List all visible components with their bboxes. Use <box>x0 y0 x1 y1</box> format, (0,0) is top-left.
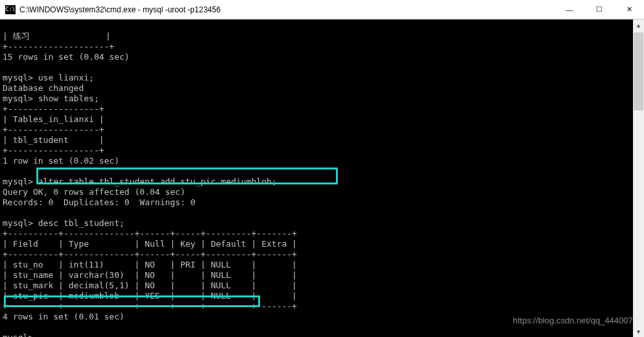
window-controls: — ☐ ✕ <box>555 0 644 19</box>
table-separator: +----------+--------------+------+-----+… <box>3 229 297 238</box>
table-header: | Tables_in_lianxi | <box>3 114 104 124</box>
cmd-icon: C:\ <box>5 5 16 14</box>
table-separator: +----------+--------------+------+-----+… <box>3 249 297 259</box>
mysql-prompt: mysql> use lianxi; <box>3 73 94 82</box>
table-row: | stu_name | varchar(30) | NO | | NULL |… <box>3 270 297 280</box>
table-row: | stu_mark | decimal(5,1) | NO | | NULL … <box>3 281 297 290</box>
scroll-down-icon[interactable]: ▼ <box>633 326 644 337</box>
watermark-text: https://blog.csdn.net/qq_4440072 <box>513 316 638 325</box>
table-separator: +------------------+ <box>3 104 104 114</box>
table-row-highlighted: | stu_pic | mediumblob | YES | | NULL | … <box>3 291 297 301</box>
alter-command: alter table tbl_student add stu_pic medi… <box>38 177 277 186</box>
window-title: C:\WINDOWS\system32\cmd.exe - mysql -uro… <box>19 5 555 14</box>
mysql-prompt-prefix: mysql> <box>3 177 38 186</box>
window-titlebar: C:\ C:\WINDOWS\system32\cmd.exe - mysql … <box>0 0 644 19</box>
status-text: Records: 0 Duplicates: 0 Warnings: 0 <box>3 197 195 207</box>
mysql-prompt: mysql> desc tbl_student; <box>3 218 125 228</box>
table-separator: +--------------------+ <box>3 42 114 51</box>
table-separator: +----------+--------------+------+-----+… <box>3 301 297 311</box>
maximize-button[interactable]: ☐ <box>584 0 614 19</box>
table-row: | stu_no | int(11) | NO | PRI | NULL | | <box>3 260 297 269</box>
scrollbar-vertical[interactable]: ▲ ▼ <box>633 19 644 337</box>
table-row: | 练习 | <box>3 31 111 41</box>
result-summary: 15 rows in set (0.04 sec) <box>3 52 130 62</box>
status-text: Query OK, 0 rows affected (0.04 sec) <box>3 187 185 197</box>
mysql-prompt: mysql> <box>3 332 38 337</box>
result-summary: 1 row in set (0.02 sec) <box>3 156 119 166</box>
table-row: | tbl_student | <box>3 135 104 145</box>
result-summary: 4 rows in set (0.01 sec) <box>3 312 125 321</box>
scroll-up-icon[interactable]: ▲ <box>633 19 644 31</box>
scroll-thumb[interactable] <box>634 32 643 110</box>
table-header: | Field | Type | Null | Key | Default | … <box>3 239 297 249</box>
terminal-output[interactable]: | 练习 | +--------------------+ 15 rows in… <box>0 19 644 337</box>
mysql-prompt: mysql> show tables; <box>3 94 99 103</box>
close-button[interactable]: ✕ <box>614 0 644 19</box>
status-text: Database changed <box>3 83 84 93</box>
table-separator: +------------------+ <box>3 125 104 134</box>
minimize-button[interactable]: — <box>555 0 584 19</box>
table-separator: +------------------+ <box>3 145 104 155</box>
